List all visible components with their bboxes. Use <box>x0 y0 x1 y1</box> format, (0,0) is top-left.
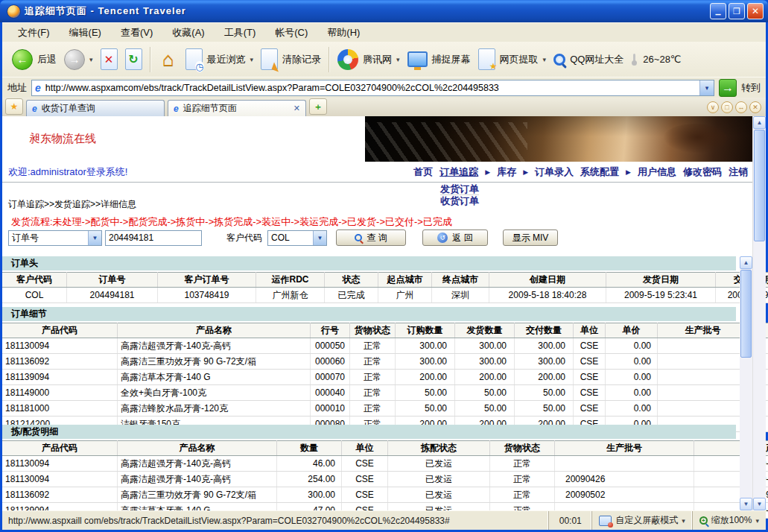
menu-item[interactable]: 帐号(C) <box>265 24 317 42</box>
tab-label: 收货订单查询 <box>42 102 95 115</box>
tabbar-window-icon[interactable]: □ <box>721 101 733 113</box>
page-scrollbar[interactable] <box>752 116 766 510</box>
submenu-ship-orders[interactable]: 发货订单 <box>440 183 479 195</box>
scroll-up-icon[interactable] <box>740 256 752 269</box>
address-url[interactable]: http://www.aspxamcom/ebs/track/TrackDeta… <box>45 83 699 93</box>
scrollbar-thumb[interactable] <box>754 130 765 241</box>
customer-code-value: COL <box>268 232 313 243</box>
column-header: 起点城市 <box>378 273 432 288</box>
menu-item[interactable]: 帮助(H) <box>317 24 369 42</box>
home-button[interactable] <box>155 48 182 71</box>
block-mode-control[interactable]: 自定义屏蔽模式 <box>591 511 692 530</box>
menu-item[interactable]: 收藏(A) <box>162 24 214 42</box>
close-button[interactable] <box>747 3 764 19</box>
return-button[interactable]: 返 回 <box>422 229 488 246</box>
column-header: 生产批号 <box>555 441 694 456</box>
tencent-site-button[interactable]: 腾讯网 <box>334 48 404 72</box>
table-cell: 2009-5-18 18:40:28 <box>489 288 606 303</box>
zoom-control[interactable]: 缩放100% <box>692 511 766 530</box>
order-track-submenu: 发货订单 收货订单 <box>440 183 479 206</box>
search-field-select[interactable]: 订单号 <box>8 230 102 246</box>
clear-history-button[interactable]: 清除记录 <box>257 47 325 72</box>
table-cell: 300.00 <box>277 487 342 503</box>
nav-system-config[interactable]: 系统配置 <box>580 165 619 179</box>
order-number-input[interactable] <box>105 230 202 246</box>
section-title-order-detail: 订单细节 <box>2 307 736 321</box>
table-cell: CSE <box>342 456 388 472</box>
nav-order-track[interactable]: 订单追踪 <box>439 165 478 179</box>
menu-item[interactable]: 编辑(E) <box>60 24 111 42</box>
table-cell: 正常 <box>490 472 555 487</box>
menu-item[interactable]: 查看(V) <box>111 24 162 42</box>
tab-track-detail[interactable]: 追踪细节页面 <box>168 100 306 116</box>
new-tab-button[interactable] <box>309 98 327 115</box>
column-header: 数量 <box>277 441 342 456</box>
query-button[interactable]: 查 询 <box>336 229 406 246</box>
scroll-up-icon[interactable] <box>753 116 766 129</box>
screen-capture-button[interactable]: 捕捉屏幕 <box>404 50 475 69</box>
tabbar-arrange-icon[interactable]: ↔ <box>735 101 747 113</box>
title-bar[interactable]: 追踪细节页面 - Tencent Traveler <box>0 0 768 22</box>
status-timer: 00:01 <box>548 511 591 530</box>
recent-history-button[interactable]: 最近浏览 <box>182 47 258 72</box>
submenu-receive-orders[interactable]: 收货订单 <box>440 195 479 206</box>
chevron-down-icon[interactable] <box>543 56 547 63</box>
table-cell: COL <box>2 288 67 303</box>
table-cell <box>555 456 694 472</box>
scroll-down-icon[interactable] <box>740 498 752 510</box>
main-nav: 首页 订单追踪 库存 订单录入 系统配置 用户信息 修改密码 注销 <box>413 165 748 179</box>
tabbar-close-icon[interactable]: ✕ <box>749 101 761 113</box>
page-extract-icon <box>478 48 495 70</box>
frame-scrollbar[interactable] <box>740 256 752 510</box>
table-cell: 0.00 <box>606 401 658 417</box>
tab-close-icon[interactable] <box>293 104 300 113</box>
chevron-down-icon[interactable] <box>682 517 685 525</box>
nav-logout[interactable]: 注销 <box>729 165 748 179</box>
menu-bar: 文件(F)编辑(E)查看(V)收藏(A)工具(T)帐号(C)帮助(H) <box>2 22 766 42</box>
site-logo-text: 昶东物流在线 <box>29 132 96 146</box>
stop-button[interactable] <box>97 47 121 72</box>
customer-code-select[interactable]: COL <box>267 230 327 246</box>
forward-button[interactable] <box>60 48 97 72</box>
table-cell: 50.00 <box>515 385 574 401</box>
minimize-button[interactable] <box>710 3 726 19</box>
nav-inventory[interactable]: 库存 <box>497 165 516 179</box>
nav-order-entry[interactable]: 订单录入 <box>535 165 574 179</box>
go-button[interactable] <box>719 79 737 97</box>
recent-history-icon <box>185 48 203 70</box>
page-extract-button[interactable]: 网页提取 <box>475 47 550 72</box>
address-input[interactable]: http://www.aspxamcom/ebs/track/TrackDeta… <box>31 80 714 96</box>
tab-receive-order-query[interactable]: 收货订单查询 <box>26 100 165 116</box>
back-icon <box>12 49 33 70</box>
nav-change-password[interactable]: 修改密码 <box>683 165 722 179</box>
chevron-down-icon[interactable] <box>88 231 101 245</box>
table-cell: 50.00 <box>455 385 515 401</box>
table-cell: 20090502 <box>555 487 694 503</box>
qq-sites-button[interactable]: QQ网址大全 <box>550 51 627 68</box>
tabbar-collapse-icon[interactable]: ∨ <box>707 101 719 113</box>
maximize-button[interactable] <box>729 3 745 19</box>
refresh-button[interactable] <box>121 47 146 72</box>
chevron-down-icon[interactable] <box>250 56 254 63</box>
chevron-down-icon[interactable] <box>89 56 93 63</box>
chevron-down-icon[interactable] <box>313 231 326 245</box>
menu-item[interactable]: 工具(T) <box>215 24 266 42</box>
nav-user-info[interactable]: 用户信息 <box>638 165 676 179</box>
chevron-down-icon[interactable] <box>755 517 759 525</box>
back-button[interactable]: 后退 <box>8 48 60 72</box>
menu-item[interactable]: 文件(F) <box>8 24 60 42</box>
favorites-star-button[interactable] <box>5 98 23 115</box>
weather-widget[interactable]: 26~28℃ <box>627 52 685 67</box>
nav-home[interactable]: 首页 <box>413 165 433 179</box>
show-miv-button[interactable]: 显示 MIV <box>503 229 558 246</box>
chevron-down-icon[interactable] <box>396 56 400 63</box>
tencent-label: 腾讯网 <box>363 53 392 66</box>
table-cell: CSE <box>574 338 606 354</box>
weather-icon <box>631 54 638 66</box>
scrollbar-thumb[interactable] <box>740 270 752 358</box>
table-row: COL204494181103748419广州新仓已完成广州深圳2009-5-1… <box>2 288 768 303</box>
table-cell: 50.00 <box>396 385 455 401</box>
column-header: 单价 <box>606 323 658 338</box>
scroll-down-icon[interactable] <box>753 498 766 510</box>
address-dropdown-button[interactable] <box>699 80 714 95</box>
